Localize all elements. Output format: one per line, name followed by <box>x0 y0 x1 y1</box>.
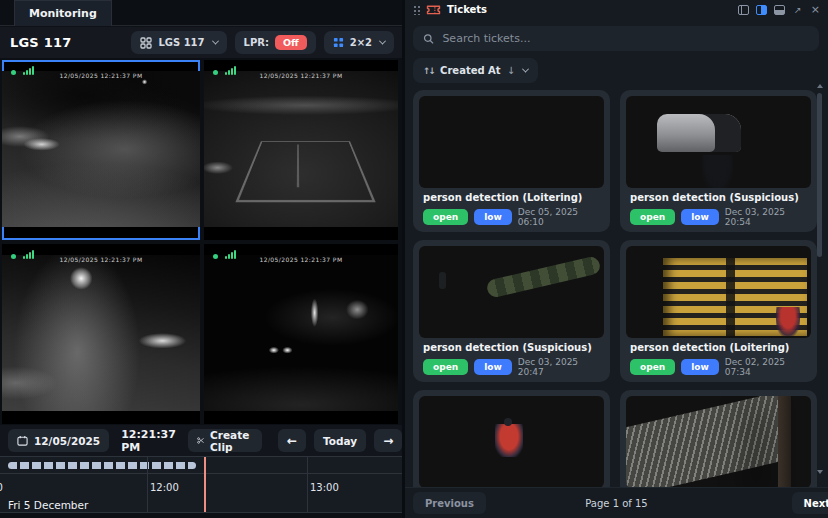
camera-tile-1[interactable]: 12/05/2025 12:21:37 PM <box>2 60 200 240</box>
grid-layout-label: 2×2 <box>350 37 372 48</box>
priority-badge[interactable]: low <box>474 209 512 225</box>
camera-timestamp: 12/05/2025 12:21:37 PM <box>204 256 398 263</box>
status-badge[interactable]: open <box>423 359 468 375</box>
ticket-thumbnail[interactable] <box>626 96 811 188</box>
sort-icon: ↑↓ <box>423 66 434 76</box>
current-time: 12:21:37 PM <box>117 428 180 454</box>
playhead[interactable] <box>204 457 206 513</box>
open-external-icon[interactable]: ↗ <box>792 4 804 16</box>
status-badge[interactable]: open <box>630 209 675 225</box>
pagination-bar: Previous Page 1 of 15 Next <box>405 487 828 518</box>
ticket-list: person detection (Loitering) open low De… <box>413 90 817 487</box>
grid-outline-icon <box>140 37 152 49</box>
ticket-title: person detection (Loitering) <box>630 342 789 353</box>
next-page-button[interactable]: Next <box>792 492 828 514</box>
ticket-search[interactable] <box>413 26 819 51</box>
grid-blue-icon <box>333 37 344 48</box>
create-clip-label: Create Clip <box>210 429 253 453</box>
app-window: Monitoring LGS 117 LGS 117 LPR: <box>0 0 828 518</box>
step-back-button[interactable]: ← <box>278 429 306 452</box>
tab-monitoring[interactable]: Monitoring <box>14 0 112 26</box>
camera-tile-4[interactable]: 12/05/2025 12:21:37 PM <box>204 244 398 424</box>
tickets-header: Tickets ↗ × <box>405 0 828 19</box>
close-icon[interactable]: × <box>811 4 820 15</box>
ticket-thumbnail[interactable] <box>626 246 811 338</box>
ticket-thumbnail[interactable] <box>419 96 604 188</box>
search-icon <box>423 33 434 45</box>
ticket-card[interactable]: person detection (Loitering) open low De… <box>413 90 610 232</box>
bottom-strip <box>0 513 402 518</box>
date-picker-button[interactable]: 12/05/2025 <box>8 429 109 452</box>
camera-grid: 12/05/2025 12:21:37 PM 12/05/2025 12:21:… <box>0 58 402 425</box>
dock-left-icon[interactable] <box>738 5 749 15</box>
lpr-label: LPR: <box>244 37 269 48</box>
priority-badge[interactable]: low <box>681 359 719 375</box>
camera-feed-image <box>2 71 200 227</box>
playback-controls: 12/05/2025 12:21:37 PM Create Clip ← Tod… <box>0 425 402 456</box>
ticket-datetime: Dec 03, 2025 20:54 <box>725 207 807 227</box>
camera-group-dropdown[interactable]: LGS 117 <box>131 31 226 54</box>
chevron-down-icon <box>211 38 218 45</box>
monitoring-panel: Monitoring LGS 117 LGS 117 LPR: <box>0 0 402 518</box>
lpr-toggle[interactable]: LPR: Off <box>235 31 316 54</box>
priority-badge[interactable]: low <box>474 359 512 375</box>
camera-group-label: LGS 117 <box>158 37 204 48</box>
dock-bottom-icon[interactable] <box>774 5 785 15</box>
ticket-thumbnail[interactable] <box>419 246 604 338</box>
ticket-card[interactable] <box>620 390 817 487</box>
ticket-card[interactable]: person detection (Suspicious) open low D… <box>413 240 610 382</box>
right-arrow-icon: → <box>383 434 393 448</box>
page-title: LGS 117 <box>10 35 71 50</box>
status-badge[interactable]: open <box>630 359 675 375</box>
previous-page-button[interactable]: Previous <box>413 492 486 514</box>
dock-right-icon[interactable] <box>756 5 767 15</box>
camera-feed-image <box>2 255 200 411</box>
ticket-meta: open low Dec 02, 2025 07:34 <box>630 358 807 376</box>
status-badge[interactable]: open <box>423 209 468 225</box>
ticket-card[interactable]: person detection (Loitering) open low De… <box>620 240 817 382</box>
panel-actions: ↗ × <box>738 4 820 16</box>
camera-feed-image <box>204 255 398 411</box>
create-clip-button[interactable]: Create Clip <box>188 429 262 452</box>
sort-label: Created At <box>440 65 501 76</box>
timeline[interactable]: 11:00 12:00 13:00 Fri 5 December <box>0 456 402 513</box>
grid-layout-dropdown[interactable]: 2×2 <box>324 31 394 54</box>
step-forward-button[interactable]: → <box>374 429 402 452</box>
scrollbar-thumb[interactable] <box>817 93 822 257</box>
ticket-thumbnail[interactable] <box>626 396 811 487</box>
timeline-tick-left: 11:00 <box>0 482 3 493</box>
camera-tile-2[interactable]: 12/05/2025 12:21:37 PM <box>204 60 398 240</box>
ticket-meta: open low Dec 03, 2025 20:54 <box>630 208 807 226</box>
ticket-datetime: Dec 02, 2025 07:34 <box>725 357 807 377</box>
camera-timestamp: 12/05/2025 12:21:37 PM <box>2 256 200 263</box>
today-button[interactable]: Today <box>314 429 366 452</box>
next-label: Next <box>804 498 828 509</box>
camera-timestamp: 12/05/2025 12:21:37 PM <box>2 72 200 79</box>
ticket-title: person detection (Suspicious) <box>423 342 592 353</box>
sort-button[interactable]: ↑↓ Created At ↓ <box>413 58 538 83</box>
drag-handle-icon[interactable] <box>413 4 420 15</box>
tickets-panel: Tickets ↗ × ↑↓ Created At ↓ <box>402 0 828 518</box>
scroll-down-icon[interactable] <box>817 470 823 474</box>
ticket-scrollbar[interactable] <box>816 84 824 482</box>
lpr-off-badge[interactable]: Off <box>275 35 307 50</box>
ticket-card[interactable] <box>413 390 610 487</box>
tab-monitoring-label: Monitoring <box>29 7 97 20</box>
priority-badge[interactable]: low <box>681 209 719 225</box>
sort-direction-icon: ↓ <box>507 65 515 76</box>
previous-label: Previous <box>425 498 474 509</box>
scroll-up-icon[interactable] <box>817 84 823 88</box>
ticket-icon <box>426 4 441 15</box>
timeline-gridline <box>307 457 308 513</box>
ticket-thumbnail[interactable] <box>419 396 604 487</box>
ticket-card[interactable]: person detection (Suspicious) open low D… <box>620 90 817 232</box>
timeline-gridline <box>147 457 148 513</box>
recording-segments[interactable] <box>8 462 196 469</box>
search-input[interactable] <box>442 32 809 45</box>
timeline-tick-12: 12:00 <box>150 482 179 493</box>
timeline-track[interactable] <box>0 457 402 474</box>
camera-tile-3[interactable]: 12/05/2025 12:21:37 PM <box>2 244 200 424</box>
camera-feed-image <box>204 71 398 227</box>
chevron-down-icon <box>379 38 386 45</box>
ticket-meta: open low Dec 03, 2025 20:47 <box>423 358 600 376</box>
